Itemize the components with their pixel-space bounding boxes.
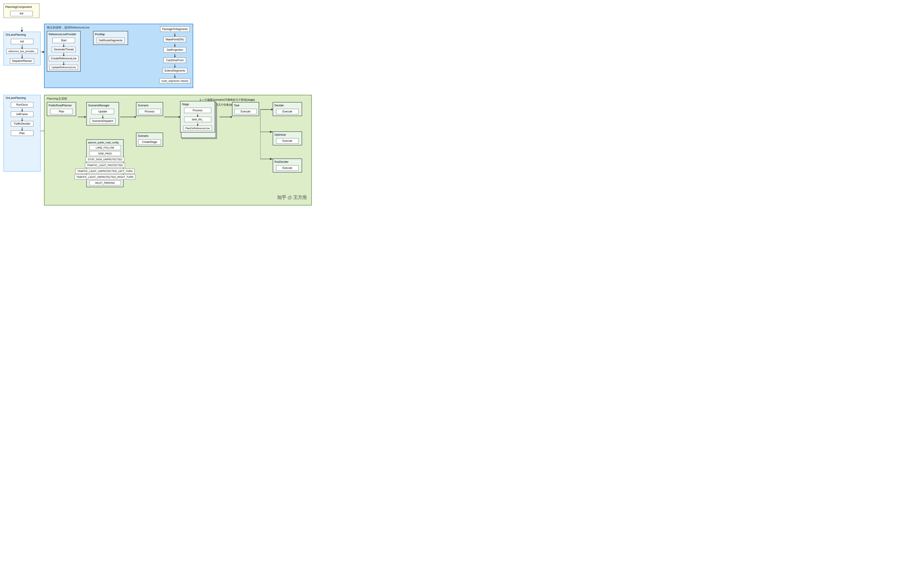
blue-can-drive: CanDriveFrom — [164, 58, 186, 63]
stage-box-container: Stage Process task_list_ PlanOnReference… — [180, 101, 215, 133]
arrow-prp-sm — [78, 117, 85, 117]
decider-execute: Execute — [276, 109, 299, 114]
rlp-create: CreateReferenceLine — [49, 56, 79, 61]
rlp-generate: GenerateThread — [52, 47, 76, 52]
rlp-box: ReferenceLineProvider Start GenerateThre… — [47, 31, 81, 71]
prp-title: PublicRoadPlanner — [49, 104, 74, 107]
rlp-start: Start — [52, 38, 75, 43]
rssdecider-box: RssDecider Execute — [273, 159, 302, 172]
watermark: 知乎 @ 王方浩 — [277, 195, 307, 200]
pncmap-title: PncMap — [95, 33, 126, 36]
ollp-bot-runonce: RunOnce — [11, 102, 33, 107]
on-lane-planning-top: OnLanePlanning Init reference_line_provi… — [3, 32, 41, 65]
decider-title: Decider — [275, 104, 300, 107]
config-box: planner_public_road_config LANE_FOLLOW S… — [86, 139, 124, 187]
config-title: planner_public_road_config — [88, 141, 122, 144]
rlp-update: UpdateReferenceLine — [49, 65, 78, 70]
sm-dispatch: ScenarioDispatch — [90, 118, 115, 124]
optimizer-execute: Execute — [276, 138, 299, 144]
rssdecider-execute: Execute — [276, 165, 299, 171]
scenario-manager-box: ScenarioManager Update ScenarioDispatch — [86, 102, 119, 125]
config-tl-unprotected-left: TRAFFIC_LIGHT_UNPROTECTED_LEFT_TURN — [75, 169, 134, 174]
stage-plan-ref: PlanOnReferenceLine — [183, 126, 211, 131]
blue-route-back: route_segments->back() — [159, 78, 190, 83]
ollp-bot-trafficdecider: TrafficDecider — [11, 121, 33, 127]
scenario-box-2: Scenario CreateStage — [136, 133, 163, 146]
blue-extend: ExtendSegments — [163, 68, 187, 73]
sm-title: ScenarioManager — [88, 104, 117, 107]
task-title: Task — [234, 104, 257, 107]
on-lane-planning-bottom-title: OnLanePlanning — [6, 96, 26, 99]
stage-process: Process — [184, 108, 211, 113]
planning-component-box: PlanningComponent Init — [3, 3, 39, 18]
config-lane-follow: LANE_FOLLOW — [89, 145, 121, 150]
ollp-bot-initframe: InitFrame — [11, 112, 33, 117]
config-valet: VALET_PARKING — [89, 180, 121, 185]
decider-box: Decider Execute — [273, 102, 302, 116]
blue-get-proj: GetProjection — [164, 47, 186, 53]
ollp-bot-plan: Plan — [11, 130, 33, 136]
blue-region: 独立的进程，提供ReferenceLine ReferenceLineProvi… — [44, 24, 193, 88]
on-lane-planning-top-title: OnLanePlanning — [6, 33, 26, 36]
ollp-top-init: Init — [11, 39, 33, 44]
stage-tasklist: task_list_ — [184, 117, 211, 122]
on-lane-planning-bottom: OnLanePlanning RunOnce InitFrame Traffic… — [3, 95, 41, 172]
arrow-sm-scenario — [120, 117, 135, 117]
blue-right-col: PassageToSegments MakePointENU GetProjec… — [159, 26, 190, 83]
planning-component-title: PlanningComponent — [5, 5, 38, 8]
arrow-stage-task — [220, 117, 231, 117]
pncmap-get-route: GetRouteSegments — [97, 38, 124, 43]
rssdecider-title: RssDecider — [275, 160, 300, 164]
config-side-pass: SIDE_PASS — [89, 151, 121, 156]
task-box: Task Execute — [232, 102, 259, 116]
task-execute: Execute — [234, 109, 257, 114]
ollp-top-dispatch: DispatchPlanner — [10, 58, 34, 64]
scenario-box-1: Scenario Process — [136, 102, 163, 116]
stage-title: Stage — [182, 103, 213, 106]
sm-update: Update — [91, 109, 114, 114]
arrow-scenario-stage — [164, 117, 179, 117]
scenario2-title: Scenario — [138, 134, 161, 138]
scenario1-title: Scenario — [138, 104, 161, 107]
config-tl-unprotected-right: TRAFFIC_LIGHT_UNPROTECTED_RIGHT_TURN — [75, 175, 135, 180]
planning-component-init: Init — [10, 11, 33, 16]
config-stop-sign: STOP_SIGN_UNPROTECTED — [86, 157, 124, 162]
public-road-planner-box: PublicRoadPlanner Plan — [47, 102, 76, 116]
green-region: Planning主流程 1.一个场景(scenario)可能有好几个阶段(sta… — [44, 95, 312, 205]
blue-passage-to-seg: PassageToSegments — [160, 26, 190, 32]
stage-box: Stage Process task_list_ PlanOnReference… — [180, 101, 215, 133]
rlp-title: ReferenceLineProvider — [49, 33, 79, 36]
scenario2-create: CreateStage — [138, 139, 161, 145]
optimizer-box: Optimizer Execute — [273, 132, 302, 145]
config-tl-protected: TRAFFIC_LIGHT_PROTECTED — [85, 163, 125, 168]
scenario1-process: Process — [138, 109, 161, 114]
prp-plan: Plan — [50, 109, 73, 114]
ollp-top-rlp: reference_line_provider_ — [7, 49, 38, 54]
optimizer-title: Optimizer — [275, 133, 300, 136]
blue-make-point: MakePointENU — [164, 37, 186, 42]
blue-region-label: 独立的进程，提供ReferenceLine — [47, 26, 89, 29]
pncmap-box: PncMap GetRouteSegments — [93, 31, 128, 45]
green-region-label: Planning主流程 — [47, 97, 67, 101]
